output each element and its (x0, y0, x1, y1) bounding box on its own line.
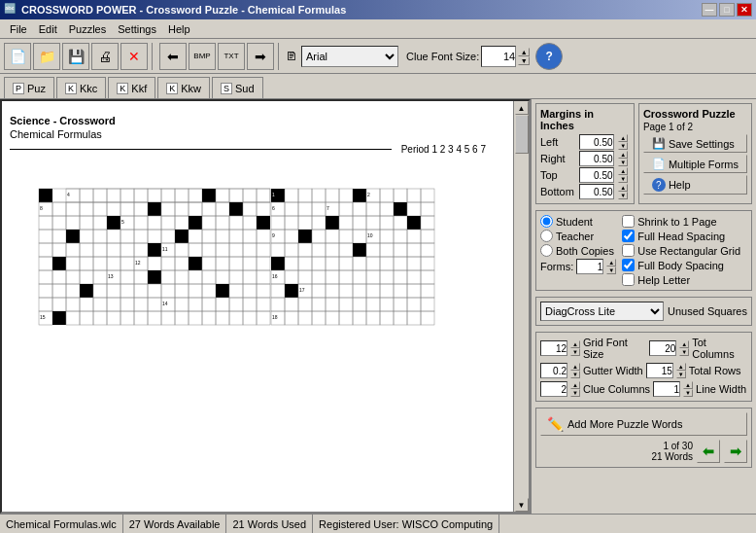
clue-col-down[interactable]: ▼ (570, 389, 580, 397)
svg-rect-55 (39, 230, 52, 243)
new-button[interactable]: 📄 (4, 43, 31, 70)
student-radio[interactable] (540, 215, 553, 228)
maximize-button[interactable]: □ (719, 3, 735, 17)
multiple-forms-button[interactable]: 📄 Multiple Forms (643, 155, 747, 173)
rows-up[interactable]: ▲ (676, 363, 686, 371)
nav-forward-button[interactable]: ➡ (724, 440, 747, 463)
teacher-radio[interactable] (540, 230, 553, 242)
total-rows-input[interactable] (646, 363, 673, 378)
svg-rect-162 (52, 311, 66, 325)
clue-font-spinner[interactable]: ▲ ▼ (518, 48, 530, 65)
top-up[interactable]: ▲ (618, 167, 628, 175)
svg-rect-72 (39, 243, 52, 257)
top-margin-input[interactable] (579, 167, 614, 183)
right-margin-input[interactable] (579, 151, 614, 166)
svg-rect-88 (257, 243, 270, 257)
tab-kkc[interactable]: K Kkc (56, 77, 106, 98)
help-toolbar-button[interactable]: ? (535, 43, 563, 70)
right-label: Right (540, 153, 576, 164)
gutter-width-input[interactable] (540, 363, 567, 378)
teacher-radio-label[interactable]: Teacher (540, 230, 616, 242)
svg-rect-268 (421, 270, 434, 284)
grid-font-up[interactable]: ▲ (570, 340, 580, 348)
bottom-up[interactable]: ▲ (618, 184, 628, 192)
svg-rect-56 (52, 230, 66, 243)
right-down[interactable]: ▼ (618, 159, 628, 166)
rectangular-checkbox-label[interactable]: Use Rectangular Grid (622, 244, 740, 257)
both-copies-radio-label[interactable]: Both Copies (540, 244, 616, 257)
tab-kkf[interactable]: K Kkf (108, 77, 155, 98)
left-down[interactable]: ▼ (618, 142, 628, 150)
tab-puz[interactable]: P Puz (4, 77, 54, 98)
save-settings-button[interactable]: 💾 Save Settings (643, 134, 747, 153)
full-head-checkbox-label[interactable]: Full Head Spacing (622, 230, 740, 242)
full-head-checkbox[interactable] (622, 230, 635, 242)
clue-font-size-input[interactable] (481, 46, 516, 67)
gutter-down[interactable]: ▼ (570, 371, 580, 378)
bmp-button[interactable]: BMP (189, 43, 216, 70)
left-margin-input[interactable] (579, 134, 614, 150)
menu-edit[interactable]: Edit (33, 21, 63, 37)
svg-rect-37 (39, 216, 52, 230)
grid-font-size-input[interactable] (540, 340, 567, 356)
full-body-checkbox-label[interactable]: Full Body Spacing (622, 259, 740, 271)
vertical-scrollbar[interactable]: ▲ ▼ (513, 101, 529, 512)
print-button[interactable]: 🖨 (91, 43, 119, 70)
lw-up[interactable]: ▲ (683, 381, 693, 389)
menu-settings[interactable]: Settings (112, 21, 162, 37)
help-panel-button[interactable]: ? Help (643, 175, 747, 195)
svg-rect-200 (366, 202, 380, 216)
help-letter-checkbox[interactable] (622, 273, 635, 286)
rows-down[interactable]: ▼ (676, 371, 686, 378)
forms-up[interactable]: ▲ (606, 259, 616, 266)
grid-font-down[interactable]: ▼ (570, 348, 580, 356)
shrink-checkbox[interactable] (622, 215, 635, 228)
help-letter-checkbox-label[interactable]: Help Letter (622, 273, 740, 286)
svg-rect-274 (326, 284, 339, 298)
rectangular-checkbox[interactable] (622, 244, 635, 257)
clue-font-down[interactable]: ▼ (518, 56, 530, 65)
tot-col-down[interactable]: ▼ (679, 348, 689, 356)
tab-kkw[interactable]: K Kkw (157, 77, 210, 98)
font-selector[interactable]: Arial (301, 46, 398, 67)
menu-file[interactable]: File (4, 21, 33, 37)
bottom-margin-input[interactable] (579, 184, 614, 199)
scroll-thumb[interactable] (515, 115, 529, 154)
save-button[interactable]: 💾 (62, 43, 89, 70)
forward-button[interactable]: ➡ (247, 43, 274, 70)
svg-rect-254 (394, 257, 407, 270)
add-words-button[interactable]: ✏️ Add More Puzzle Words (540, 412, 747, 436)
clue-font-up[interactable]: ▲ (518, 48, 530, 56)
clue-columns-input[interactable] (540, 381, 567, 397)
svg-rect-73 (52, 243, 66, 257)
tot-columns-input[interactable] (649, 340, 676, 356)
tot-col-up[interactable]: ▲ (679, 340, 689, 348)
line-width-input[interactable] (653, 381, 680, 397)
open-button[interactable]: 📁 (33, 43, 60, 70)
full-body-checkbox[interactable] (622, 259, 635, 271)
txt-button[interactable]: TXT (218, 43, 245, 70)
top-down[interactable]: ▼ (618, 175, 628, 183)
right-up[interactable]: ▲ (618, 151, 628, 159)
menu-help[interactable]: Help (162, 21, 196, 37)
gutter-up[interactable]: ▲ (570, 363, 580, 371)
close-button[interactable]: ✕ (737, 3, 752, 17)
student-radio-label[interactable]: Student (540, 215, 616, 228)
stop-button[interactable]: ✕ (120, 43, 148, 70)
scroll-up-button[interactable]: ▲ (515, 101, 529, 115)
bottom-down[interactable]: ▼ (618, 192, 628, 199)
back-button[interactable]: ⬅ (159, 43, 187, 70)
clue-col-up[interactable]: ▲ (570, 381, 580, 389)
shrink-checkbox-label[interactable]: Shrink to 1 Page (622, 215, 740, 228)
both-copies-radio[interactable] (540, 244, 553, 257)
forms-input[interactable] (576, 259, 603, 274)
tab-sud[interactable]: S Sud (212, 77, 263, 98)
forms-down[interactable]: ▼ (606, 266, 616, 274)
scroll-down-button[interactable]: ▼ (515, 498, 529, 512)
left-up[interactable]: ▲ (618, 134, 628, 142)
nav-back-button[interactable]: ⬅ (697, 440, 720, 463)
menu-puzzles[interactable]: Puzzles (63, 21, 113, 37)
puzzle-type-select[interactable]: DiagCross Lite (540, 302, 664, 321)
minimize-button[interactable]: — (702, 3, 717, 17)
lw-down[interactable]: ▼ (683, 389, 693, 397)
